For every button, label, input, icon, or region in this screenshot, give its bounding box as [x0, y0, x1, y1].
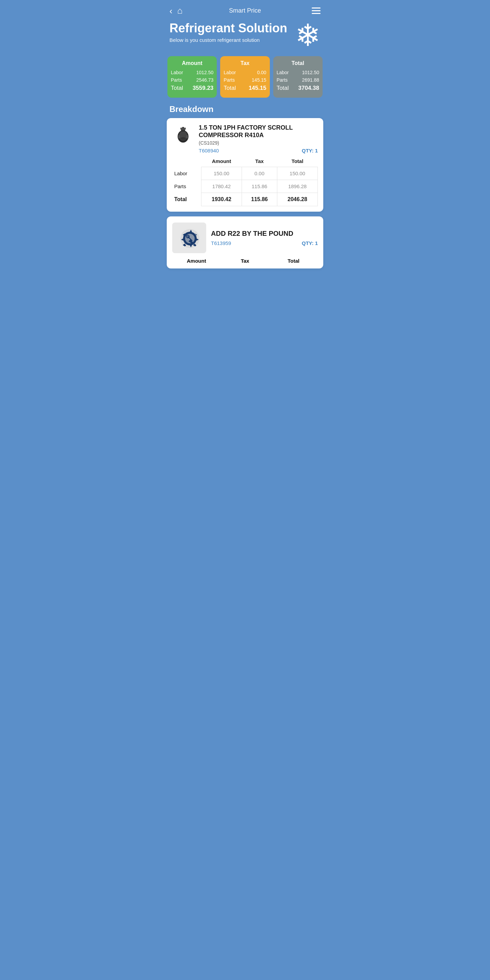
card1-header: 1.5 TON 1PH FACTORY SCROLL COMPRESSOR R4… [172, 124, 318, 153]
col-total-header: Total [277, 157, 318, 167]
row-parts-total: 1896.28 [277, 180, 318, 193]
breakdown-card-2: ADD R22 BY THE POUND T613959 QTY: 1 Amou… [167, 216, 323, 269]
card1-product-name: 1.5 TON 1PH FACTORY SCROLL COMPRESSOR R4… [199, 124, 318, 139]
card1-link-row: T608940 QTY: 1 [199, 148, 318, 153]
amount-parts-row: Parts 2546.73 [171, 77, 213, 83]
card1-product-sku: (CS1029) [199, 140, 318, 146]
foot-label: Total [172, 193, 201, 206]
svg-rect-7 [186, 135, 188, 138]
card2-table-header: Amount Tax Total [172, 258, 318, 265]
amount-total-value: 3559.23 [192, 85, 213, 92]
tax-total-row: Total 145.15 [224, 85, 266, 92]
card1-product-link[interactable]: T608940 [199, 148, 219, 153]
summary-cards: Amount Labor 1012.50 Parts 2546.73 Total… [163, 56, 327, 103]
col-label-header [172, 157, 201, 167]
row-labor-label: Labor [172, 167, 201, 180]
header-left: ‹ ⌂ [169, 5, 182, 16]
home-icon[interactable]: ⌂ [177, 5, 183, 16]
tax-card: Tax Labor 0.00 Parts 145.15 Total 145.15 [220, 56, 269, 98]
hero-text: Refrigerant Solution Below is you custom… [169, 21, 287, 43]
row-labor-tax: 0.00 [242, 167, 277, 180]
back-icon[interactable]: ‹ [169, 6, 172, 15]
foot-tax: 115.86 [242, 193, 277, 206]
breakdown-heading: Breakdown [163, 103, 327, 118]
row-parts-amount: 1780.42 [201, 180, 242, 193]
compressor-image [172, 124, 194, 146]
amount-total-row: Total 3559.23 [171, 85, 213, 92]
tax-parts-value: 145.15 [252, 77, 266, 83]
card2-col-amount: Amount [172, 258, 221, 264]
tax-total-value: 145.15 [249, 85, 266, 92]
card2-product-name: ADD R22 BY THE POUND [211, 230, 318, 237]
table-row: Parts 1780.42 115.86 1896.28 [172, 180, 318, 193]
tax-parts-label: Parts [224, 77, 235, 83]
amount-total-label: Total [171, 85, 183, 92]
card2-header: ADD R22 BY THE POUND T613959 QTY: 1 [172, 223, 318, 253]
card2-product-info: ADD R22 BY THE POUND T613959 QTY: 1 [211, 230, 318, 246]
svg-rect-6 [178, 135, 180, 138]
total-labor-row: Labor 1012.50 [277, 70, 319, 75]
card1-product-info: 1.5 TON 1PH FACTORY SCROLL COMPRESSOR R4… [199, 124, 318, 153]
row-labor-total: 150.00 [277, 167, 318, 180]
card1-table: Amount Tax Total Labor 150.00 0.00 150.0… [172, 157, 318, 206]
foot-amount: 1930.42 [201, 193, 242, 206]
hero-section: Refrigerant Solution Below is you custom… [163, 19, 327, 56]
tax-total-label: Total [224, 85, 236, 92]
table-footer-row: Total 1930.42 115.86 2046.28 [172, 193, 318, 206]
card2-col-total: Total [269, 258, 318, 264]
total-parts-label: Parts [277, 77, 288, 83]
header-title: Smart Price [229, 7, 261, 14]
tool-image [172, 223, 206, 253]
amount-card: Amount Labor 1012.50 Parts 2546.73 Total… [167, 56, 217, 98]
card1-table-wrap: Amount Tax Total Labor 150.00 0.00 150.0… [172, 157, 318, 206]
row-parts-tax: 115.86 [242, 180, 277, 193]
row-parts-label: Parts [172, 180, 201, 193]
foot-total: 2046.28 [277, 193, 318, 206]
table-row: Labor 150.00 0.00 150.00 [172, 167, 318, 180]
tool-svg-icon [177, 226, 202, 250]
compressor-svg-icon [173, 126, 192, 145]
col-tax-header: Tax [242, 157, 277, 167]
total-total-label: Total [277, 85, 289, 92]
app-header: ‹ ⌂ Smart Price [163, 0, 327, 19]
total-total-row: Total 3704.38 [277, 85, 319, 92]
col-amount-header: Amount [201, 157, 242, 167]
amount-parts-value: 2546.73 [196, 77, 214, 83]
total-labor-label: Labor [277, 70, 289, 75]
total-card-title: Total [277, 60, 319, 66]
amount-labor-row: Labor 1012.50 [171, 70, 213, 75]
amount-labor-label: Labor [171, 70, 183, 75]
menu-icon[interactable] [312, 8, 321, 14]
total-parts-row: Parts 2691.88 [277, 77, 319, 83]
tax-parts-row: Parts 145.15 [224, 77, 266, 83]
tax-labor-value: 0.00 [257, 70, 266, 75]
card2-product-qty: QTY: 1 [302, 240, 318, 246]
card2-product-link[interactable]: T613959 [211, 240, 231, 246]
hero-subtitle: Below is you custom refrigerant solution [169, 37, 287, 43]
tax-card-title: Tax [224, 60, 266, 66]
svg-rect-4 [182, 127, 184, 128]
total-card: Total Labor 1012.50 Parts 2691.88 Total … [273, 56, 323, 98]
snowflake-icon: ❄ [295, 20, 321, 51]
total-parts-value: 2691.88 [302, 77, 319, 83]
tax-labor-row: Labor 0.00 [224, 70, 266, 75]
card2-link-row: T613959 QTY: 1 [211, 240, 318, 246]
total-labor-value: 1012.50 [302, 70, 319, 75]
amount-labor-value: 1012.50 [196, 70, 214, 75]
row-labor-amount: 150.00 [201, 167, 242, 180]
tax-labor-label: Labor [224, 70, 236, 75]
card1-product-qty: QTY: 1 [302, 148, 318, 153]
page-title: Refrigerant Solution [169, 21, 287, 35]
amount-parts-label: Parts [171, 77, 182, 83]
breakdown-card-1: 1.5 TON 1PH FACTORY SCROLL COMPRESSOR R4… [167, 118, 323, 212]
svg-point-5 [180, 137, 186, 140]
card2-col-tax: Tax [221, 258, 269, 264]
amount-card-title: Amount [171, 60, 213, 66]
total-total-value: 3704.38 [298, 85, 319, 92]
